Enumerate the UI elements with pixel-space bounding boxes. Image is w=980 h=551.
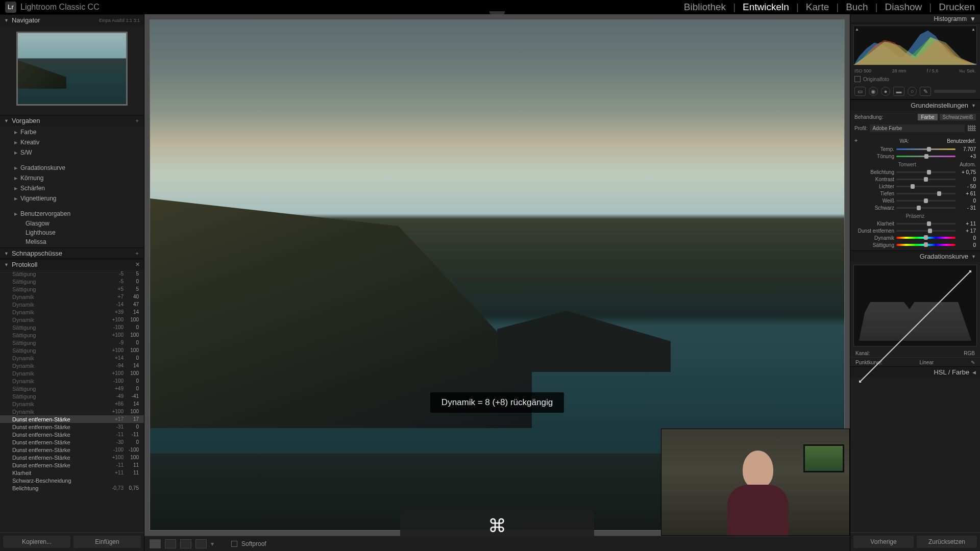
highlight-clip-icon[interactable]: ▲ [971,27,975,32]
radial-tool-icon[interactable]: ○ [908,87,917,96]
profile-browser-icon[interactable] [968,125,976,131]
tone-curve[interactable] [853,265,977,346]
preset-group[interactable]: Farbe [4,127,140,137]
history-step[interactable]: Dunst entfernen-Stärke+100100 [0,454,144,461]
history-step[interactable]: Dynamik-9414 [0,362,144,369]
add-snapshot-icon[interactable]: ＋ [134,249,140,257]
slider-value[interactable]: - 31 [958,205,976,211]
preset-group[interactable]: Gradationskurve [4,163,140,173]
clear-history-icon[interactable]: ✕ [135,261,140,268]
history-step[interactable]: Sättigung-55 [0,270,144,278]
navigator-thumbnail[interactable] [16,32,128,106]
history-step[interactable]: Dunst entfernen-Stärke-1111 [0,461,144,469]
history-step[interactable]: Dynamik+100100 [0,369,144,377]
softproof-checkbox[interactable] [231,541,237,547]
slider-track[interactable] [896,200,955,202]
preset-item[interactable]: Lighthouse [4,228,140,237]
previous-button[interactable]: Vorherige [853,536,914,548]
history-header[interactable]: ▼ Protokoll ✕ [0,259,144,270]
slider-track[interactable] [896,237,955,239]
tint-slider[interactable] [896,156,955,157]
snapshots-header[interactable]: ▼ Schnappschüsse ＋ [0,247,144,259]
history-step[interactable]: Sättigung+490 [0,385,144,392]
histogram[interactable]: ▲ ▲ [853,26,977,65]
temp-slider[interactable] [896,148,955,150]
curve-header[interactable]: Gradationskurve ▼ [850,251,980,262]
preset-group[interactable]: Körnung [4,173,140,183]
slider-track[interactable] [896,230,955,232]
redeye-tool-icon[interactable]: ● [881,87,890,96]
module-buch[interactable]: Buch [846,2,868,13]
spot-tool-icon[interactable]: ◉ [869,87,878,96]
history-step[interactable]: Dynamik-1447 [0,300,144,308]
slider-track[interactable] [896,193,955,194]
history-step[interactable]: Dynamik+140 [0,354,144,362]
slider-track[interactable] [896,179,955,180]
module-entwickeln[interactable]: Entwickeln [743,2,789,13]
slider-value[interactable]: + 11 [958,221,976,227]
before-after-split-icon[interactable] [195,539,207,548]
presets-header[interactable]: ▼ Vorgaben ＋ [0,115,144,126]
temp-value[interactable]: 7.707 [958,146,976,152]
before-after-lr-icon[interactable] [165,539,176,548]
module-bibliothek[interactable]: Bibliothek [684,2,726,13]
history-step[interactable]: Schwarz-Beschneidung [0,477,144,484]
copy-button[interactable]: Kopieren... [3,536,70,548]
secondary-display-handle[interactable] [489,11,505,14]
history-step[interactable]: Dynamik-1000 [0,377,144,385]
history-step[interactable]: Belichtung-0,730,75 [0,484,144,492]
slider-track[interactable] [896,207,955,209]
slider-track[interactable] [896,223,955,224]
gradient-tool-icon[interactable]: ▬ [893,87,904,96]
history-step[interactable]: Klarheit+1111 [0,469,144,477]
history-step[interactable]: Dunst entfernen-Stärke+1717 [0,415,144,423]
shadow-clip-icon[interactable]: ▲ [855,27,859,32]
history-step[interactable]: Dynamik+100100 [0,316,144,323]
preset-group[interactable]: S/W [4,147,140,158]
history-step[interactable]: Sättigung-50 [0,278,144,285]
crop-tool-icon[interactable]: ▭ [854,87,866,96]
preset-item[interactable]: Melissa [4,237,140,246]
history-step[interactable]: Dynamik+8614 [0,400,144,408]
paste-button[interactable]: Einfügen [74,536,141,548]
module-karte[interactable]: Karte [806,2,829,13]
before-after-tb-icon[interactable] [180,539,191,548]
history-step[interactable]: Dunst entfernen-Stärke-310 [0,423,144,431]
slider-value[interactable]: 0 [958,235,976,241]
slider-value[interactable]: - 50 [958,184,976,189]
module-drucken[interactable]: Drucken [939,2,975,13]
profile-select[interactable]: Adobe Farbe [870,124,965,132]
history-step[interactable]: Dynamik+740 [0,293,144,300]
loupe-view-icon[interactable] [150,539,161,548]
preset-group[interactable]: Kreativ [4,137,140,147]
treatment-bw[interactable]: Schwarzweiß [940,114,976,120]
history-step[interactable]: Dynamik+3914 [0,308,144,316]
slider-track[interactable] [896,244,955,246]
slider-value[interactable]: + 0,75 [958,169,976,175]
navigator-header[interactable]: ▼ Navigator Einpa Ausfül 1:1 3:1 [0,14,144,26]
reset-button[interactable]: Zurücksetzen [917,536,977,548]
slider-value[interactable]: + 17 [958,228,976,234]
curve-edit-icon[interactable]: ✎ [971,360,975,365]
history-step[interactable]: Sättigung-90 [0,339,144,346]
history-step[interactable]: Sättigung+55 [0,285,144,293]
slider-track[interactable] [896,186,955,187]
wb-select[interactable]: Benutzerdef. [947,138,976,144]
slider-value[interactable]: 0 [958,177,976,182]
preset-item[interactable]: Glasgow [4,219,140,228]
slider-value[interactable]: 0 [958,242,976,248]
slider-value[interactable]: + 61 [958,191,976,196]
preset-group[interactable]: Vignettierung [4,193,140,204]
add-preset-icon[interactable]: ＋ [134,117,140,124]
history-step[interactable]: Sättigung+100100 [0,331,144,339]
module-diashow[interactable]: Diashow [885,2,922,13]
basic-header[interactable]: Grundeinstellungen ▼ [850,99,980,111]
treatment-color[interactable]: Farbe [918,114,937,120]
histogram-header[interactable]: Histogramm ▼ [850,14,980,23]
history-step[interactable]: Sättigung-49-41 [0,392,144,400]
tint-value[interactable]: +3 [958,154,976,159]
auto-tone-button[interactable]: Autom. [960,162,976,167]
slider-track[interactable] [896,171,955,173]
navigator-zoom-modes[interactable]: Einpa Ausfül 1:1 3:1 [99,18,140,23]
user-presets-folder[interactable]: Benutzervorgaben [4,209,140,219]
